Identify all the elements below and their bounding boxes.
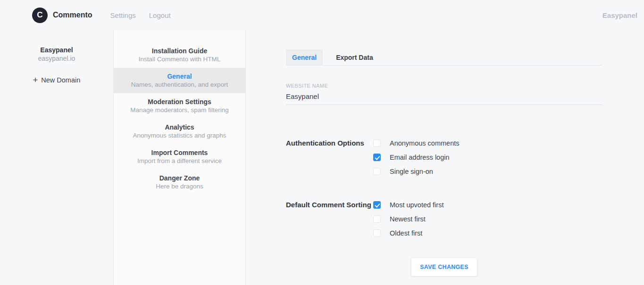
website-name-input[interactable] [286, 91, 602, 105]
option-label: Oldest first [390, 229, 422, 237]
menu-item-subtitle: Names, authentication, and export [118, 81, 241, 89]
nav-logout-link[interactable]: Logout [149, 11, 171, 19]
menu-item-danger-zone[interactable]: Danger Zone Here be dragons [114, 170, 245, 195]
single-sign-on-checkbox[interactable] [373, 168, 381, 175]
new-domain-label: New Domain [41, 76, 80, 84]
logo-letter: C [37, 11, 42, 19]
option-single-sign-on[interactable]: Single sign-on [373, 164, 459, 179]
content-row: Easypanel easypanel.io + New Domain Inst… [0, 30, 644, 285]
website-name-field: WEBSITE NAME [286, 83, 602, 105]
main-panel: General Export Data WEBSITE NAME Authent… [246, 30, 644, 285]
menu-item-subtitle: Install Commento with HTML [118, 55, 241, 64]
email-address-login-checkbox[interactable] [373, 154, 381, 161]
top-bar: C Commento Settings Logout Easypanel [0, 0, 644, 30]
menu-item-moderation-settings[interactable]: Moderation Settings Manage moderators, s… [114, 93, 245, 119]
anonymous-comments-checkbox[interactable] [373, 139, 381, 147]
most-upvoted-first-checkbox[interactable] [373, 201, 381, 209]
new-domain-button[interactable]: + New Domain [33, 76, 81, 84]
menu-item-subtitle: Import from a different service [118, 157, 241, 165]
menu-item-title: Danger Zone [118, 174, 241, 182]
authentication-options-list: Anonymous comments Email address login S… [373, 136, 459, 179]
header-nav: Settings Logout [110, 11, 184, 19]
option-label: Email address login [390, 154, 450, 161]
menu-item-subtitle: Manage moderators, spam filtering [118, 106, 241, 114]
sidebar-domain-name[interactable]: Easypanel [0, 46, 113, 54]
tab-bar: General Export Data [286, 49, 602, 65]
website-name-label: WEBSITE NAME [286, 83, 602, 89]
option-label: Most upvoted first [390, 201, 443, 209]
menu-item-subtitle: Anonymous statistics and graphs [118, 131, 241, 140]
nav-settings-link[interactable]: Settings [110, 11, 136, 19]
option-email-address-login[interactable]: Email address login [373, 150, 459, 164]
option-label: Newest first [390, 215, 426, 223]
menu-item-title: General [118, 72, 241, 81]
oldest-first-checkbox[interactable] [373, 229, 381, 237]
brand-name: Commento [53, 11, 92, 19]
plus-icon: + [33, 76, 38, 84]
commento-logo-icon: C [32, 8, 48, 23]
menu-item-title: Moderation Settings [118, 98, 241, 106]
menu-item-installation-guide[interactable]: Installation Guide Install Commento with… [114, 42, 245, 68]
save-changes-button[interactable]: SAVE CHANGES [411, 258, 477, 276]
menu-item-subtitle: Here be dragons [118, 182, 241, 191]
option-oldest-first[interactable]: Oldest first [373, 226, 443, 240]
current-account-label: Easypanel [602, 11, 638, 19]
option-most-upvoted-first[interactable]: Most upvoted first [373, 198, 443, 212]
option-label: Anonymous comments [390, 139, 459, 147]
save-row: SAVE CHANGES [286, 258, 602, 276]
menu-item-analytics[interactable]: Analytics Anonymous statistics and graph… [114, 119, 245, 144]
option-label: Single sign-on [390, 168, 433, 175]
default-comment-sorting-section: Default Comment Sorting Most upvoted fir… [286, 198, 602, 240]
menu-item-title: Analytics [118, 123, 241, 131]
sidebar-domain-url: easypanel.io [0, 54, 113, 63]
option-anonymous-comments[interactable]: Anonymous comments [373, 136, 459, 150]
menu-item-import-comments[interactable]: Import Comments Import from a different … [114, 144, 245, 170]
newest-first-checkbox[interactable] [373, 215, 381, 223]
tab-export-data[interactable]: Export Data [330, 49, 379, 65]
tab-general[interactable]: General [286, 49, 323, 65]
menu-item-title: Installation Guide [118, 47, 241, 55]
menu-item-general[interactable]: General Names, authentication, and expor… [114, 68, 245, 93]
option-newest-first[interactable]: Newest first [373, 212, 443, 226]
authentication-options-label: Authentication Options [286, 136, 373, 179]
domain-sidebar: Easypanel easypanel.io + New Domain [0, 30, 113, 285]
brand[interactable]: C Commento [32, 8, 92, 23]
sorting-options-list: Most upvoted first Newest first Oldest f… [373, 198, 443, 240]
menu-item-title: Import Comments [118, 148, 241, 157]
default-comment-sorting-label: Default Comment Sorting [286, 198, 373, 240]
authentication-options-section: Authentication Options Anonymous comment… [286, 136, 602, 179]
settings-menu: Installation Guide Install Commento with… [113, 30, 246, 285]
